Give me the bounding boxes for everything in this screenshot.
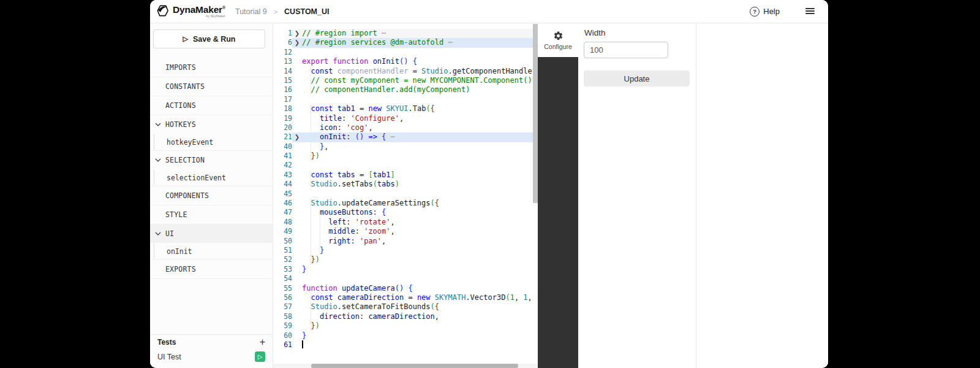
code-line[interactable]: 19 title: 'Configure',	[273, 114, 538, 123]
indent-guide	[320, 218, 320, 227]
code-line[interactable]: 40 },	[273, 142, 538, 151]
vertical-scrollbar-thumb[interactable]	[533, 24, 538, 203]
code-line[interactable]: 6❯// #region services @dm-autofold ⋯	[273, 38, 538, 47]
code-line-content: mouseButtons: {	[302, 208, 538, 217]
code-line[interactable]: 18 const tab1 = new SKYUI.Tab({	[273, 104, 538, 113]
sidebar-item-hotkeyevent[interactable]: hotkeyEvent	[150, 134, 273, 151]
run-test-button[interactable]: ▷	[255, 351, 265, 362]
code-line-content	[302, 190, 538, 199]
code-line[interactable]: 46 Studio.updateCameraSettings({	[273, 199, 538, 208]
update-button[interactable]: Update	[584, 71, 690, 86]
dynamaker-logo-icon	[156, 4, 170, 18]
code-line[interactable]: 54	[273, 274, 538, 283]
fold-gutter	[292, 340, 302, 350]
breadcrumb-project[interactable]: Tutorial 9	[235, 7, 267, 16]
line-number: 40	[273, 142, 292, 151]
sidebar-item-oninit[interactable]: onInit	[150, 243, 273, 260]
code-line[interactable]: 12	[273, 48, 538, 57]
code-line[interactable]: 41 })	[273, 151, 538, 161]
line-number: 46	[273, 199, 292, 208]
menu-hamburger-button[interactable]	[805, 8, 815, 16]
logo-title: DynaMaker®	[173, 3, 225, 15]
3d-viewport[interactable]	[696, 23, 828, 368]
help-button[interactable]: ? Help	[750, 0, 780, 23]
code-line[interactable]: 43 const tabs = [tab1]	[273, 171, 538, 180]
code-line-content	[302, 274, 538, 283]
sidebar-item-label: COMPONENTS	[165, 191, 209, 200]
code-line[interactable]: 16 // componentHandler.add(myComponent)	[273, 85, 538, 94]
fold-gutter	[292, 265, 302, 274]
code-line-content	[302, 48, 538, 57]
sidebar-item-selection[interactable]: SELECTION	[150, 151, 273, 169]
fold-chevron-icon[interactable]: ❯	[292, 38, 302, 47]
tests-title: Tests	[157, 338, 176, 347]
horizontal-scrollbar-thumb[interactable]	[311, 364, 518, 368]
indent-guide	[311, 199, 311, 208]
code-line[interactable]: 1❯// #region import ⋯	[273, 29, 538, 38]
code-line[interactable]: 15 // const myComponent = new MYCOMPONEN…	[273, 76, 538, 85]
hamburger-line	[805, 8, 815, 9]
code-line[interactable]: 52 })	[273, 255, 538, 264]
fold-gutter	[292, 67, 302, 76]
code-editor[interactable]: 1❯// #region import ⋯6❯// #region servic…	[273, 23, 538, 364]
fold-gutter	[292, 321, 302, 331]
fold-chevron-icon[interactable]: ❯	[292, 29, 302, 38]
code-line-content: }	[302, 246, 538, 255]
indent-guide	[311, 142, 311, 151]
sidebar: ▷ Save & Run IMPORTSCONSTANTSACTIONSHOTK…	[150, 23, 273, 368]
dynamaker-logo[interactable]: DynaMaker® by SkyMaker	[156, 3, 225, 18]
sidebar-item-label: onInit	[167, 247, 192, 256]
sidebar-item-components[interactable]: COMPONENTS	[150, 186, 273, 205]
viewport-tab-strip: Configure	[538, 23, 578, 368]
sidebar-item-exports[interactable]: EXPORTS	[150, 260, 273, 279]
code-line[interactable]: 50 right: 'pan',	[273, 237, 538, 246]
indent-guide	[311, 218, 311, 227]
indent-guide	[311, 114, 311, 123]
code-line[interactable]: 13export function onInit() {	[273, 57, 538, 66]
code-line-content: right: 'pan',	[302, 237, 538, 246]
code-line[interactable]: 47 mouseButtons: {	[273, 208, 538, 217]
indent-guide	[320, 237, 320, 246]
indent-guide	[311, 255, 311, 264]
code-line[interactable]: 20 icon: 'cog',	[273, 123, 538, 132]
code-line-content: }	[302, 265, 538, 274]
sidebar-item-selectionevent[interactable]: selectionEvent	[150, 169, 273, 186]
sidebar-item-ui[interactable]: UI	[150, 224, 273, 243]
code-line[interactable]: 45	[273, 190, 538, 199]
code-line[interactable]: 42	[273, 161, 538, 170]
sidebar-item-actions[interactable]: ACTIONS	[150, 96, 273, 115]
code-line[interactable]: 58 direction: cameraDirection,	[273, 312, 538, 321]
code-line[interactable]: 14 const componentHandler = Studio.getCo…	[273, 67, 538, 76]
fold-gutter	[292, 180, 302, 189]
width-input[interactable]	[584, 42, 668, 58]
fold-gutter	[292, 161, 302, 170]
editor-horizontal-scrollbar[interactable]	[273, 364, 538, 368]
code-line[interactable]: 61	[273, 340, 538, 350]
add-test-button[interactable]: +	[260, 338, 265, 347]
hamburger-line	[805, 10, 815, 12]
indent-guide	[311, 227, 311, 236]
sidebar-item-label: hotkeyEvent	[167, 138, 213, 147]
code-line[interactable]: 56 const cameraDirection = new SKYMATH.V…	[273, 293, 538, 302]
sidebar-item-style[interactable]: STYLE	[150, 205, 273, 224]
code-line-content	[302, 340, 538, 350]
code-line[interactable]: 60}	[273, 331, 538, 340]
code-line[interactable]: 57 Studio.setCameraToFitBounds({	[273, 302, 538, 312]
sidebar-item-imports[interactable]: IMPORTS	[150, 58, 273, 77]
fold-chevron-icon[interactable]: ❯	[292, 132, 302, 142]
code-line[interactable]: 49 middle: 'zoom',	[273, 227, 538, 236]
save-and-run-button[interactable]: ▷ Save & Run	[153, 29, 265, 48]
sidebar-item-constants[interactable]: CONSTANTS	[150, 77, 273, 96]
code-line[interactable]: 21❯ onInit: () => { ⋯	[273, 132, 538, 142]
code-line[interactable]: 51 }	[273, 246, 538, 255]
fold-gutter	[292, 246, 302, 255]
code-line[interactable]: 53}	[273, 265, 538, 274]
editor-vertical-scrollbar[interactable]	[533, 23, 538, 364]
tab-configure[interactable]: Configure	[538, 23, 578, 57]
code-line[interactable]: 59 })	[273, 321, 538, 331]
code-line[interactable]: 48 left: 'rotate',	[273, 218, 538, 227]
code-line[interactable]: 55function updateCamera() {	[273, 284, 538, 293]
code-line[interactable]: 44 Studio.setTabs(tabs)	[273, 180, 538, 189]
sidebar-item-hotkeys[interactable]: HOTKEYS	[150, 115, 273, 134]
code-line[interactable]: 17	[273, 95, 538, 104]
